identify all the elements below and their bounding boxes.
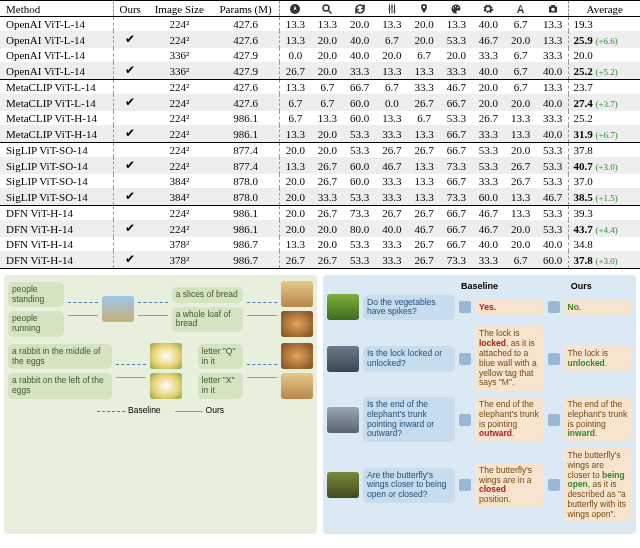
thumbnail [327,472,359,498]
table-row: OpenAI ViT-L-14224²427.613.313.320.013.3… [0,17,640,32]
thumbnail [327,407,359,433]
model-icon [459,414,471,426]
thumbnail [150,343,182,369]
answer-ours: The end of the elephant's trunk is point… [564,397,633,442]
table-row: MetaCLIP ViT-L-14224²427.613.36.766.76.7… [0,80,640,95]
font-icon [505,1,537,17]
caption: letter "X" in it [198,373,243,399]
arrow-icon [247,298,277,320]
table-row: MetaCLIP ViT-H-14224²986.16.713.360.013.… [0,111,640,125]
col-average: Average [569,1,640,17]
col-ours: Ours [114,1,146,17]
model-icon [459,479,471,491]
svg-point-11 [551,8,555,12]
table-row: DFN ViT-H-14✔224²986.120.020.080.040.046… [0,220,640,237]
caption: a rabbit in the middle of the eggs [8,344,112,370]
model-icon [548,414,560,426]
thumbnail [327,294,359,320]
question: Are the butterfly's wings closer to bein… [363,468,455,503]
legend: Baseline Ours [8,405,313,415]
answer-baseline: The end of the elephant's trunk is point… [475,397,544,442]
caption: people running [8,311,64,337]
table-row: OpenAI ViT-L-14336²427.90.020.040.020.06… [0,48,640,62]
question: Is the end of the elephant's trunk point… [363,397,455,442]
caption: a slices of bread [172,287,243,303]
legend-baseline: Baseline [128,405,161,415]
answer-baseline: The butterfly's wings are in a closed po… [475,463,544,508]
thumbnail [150,373,182,399]
svg-point-10 [458,7,459,8]
table-row: SigLIP ViT-SO-14224²877.420.020.053.326.… [0,143,640,158]
col-params: Params (M) [213,1,280,17]
col-imgsize: Image Size [146,1,213,17]
sliders-icon [376,1,408,17]
gear-icon [472,1,504,17]
svg-point-5 [391,6,393,8]
model-icon [548,479,560,491]
table-row: SigLIP ViT-SO-14✔384²878.020.033.353.333… [0,188,640,206]
caption: a rabbit on the left of the eggs [8,373,112,399]
camera-icon [537,1,569,17]
caption: people standing [8,282,64,308]
svg-point-9 [455,6,456,7]
model-icon [548,301,560,313]
question: Do the vegetables have spikes? [363,295,455,321]
svg-point-6 [393,10,395,12]
caption: letter "Q" in it [198,344,243,370]
model-icon [548,353,560,365]
svg-point-2 [323,5,329,11]
model-icon [459,301,471,313]
answer-ours: The lock is unlocked. [564,346,633,372]
arrow-icon [247,360,277,382]
svg-point-8 [453,8,454,9]
col-ours: Ours [530,281,632,291]
answer-baseline: Yes. [475,300,544,316]
thumbnail [281,373,313,399]
qualitative-figure: people standing people running a slices … [0,275,640,534]
answer-ours: No. [564,300,633,316]
table-row: DFN ViT-H-14✔378²986.726.726.753.333.326… [0,251,640,269]
col-baseline: Baseline [429,281,531,291]
question: Is the lock locked or unlocked? [363,346,455,372]
arrow-icon [68,298,98,320]
results-table: Method Ours Image Size Params (M) Averag… [0,0,640,269]
table-row: MetaCLIP ViT-H-14✔224²986.113.320.053.33… [0,125,640,143]
answer-baseline: The lock is locked, as it is attached to… [475,326,544,391]
model-icon [459,353,471,365]
table-body: OpenAI ViT-L-14224²427.613.313.320.013.3… [0,17,640,269]
table-row: DFN ViT-H-14224²986.120.026.773.326.726.… [0,206,640,221]
thumbnail [281,343,313,369]
compass-icon [279,1,311,17]
table-row: SigLIP ViT-SO-14✔224²877.413.326.760.046… [0,157,640,174]
table-row: OpenAI ViT-L-14✔224²427.613.320.040.06.7… [0,31,640,48]
caption: a whole loaf of bread [172,307,243,333]
retrieval-panel: people standing people running a slices … [4,275,317,534]
table-row: DFN ViT-H-14378²986.713.320.053.333.326.… [0,237,640,251]
palette-icon [440,1,472,17]
table-row: OpenAI ViT-L-14✔336²427.926.720.033.313.… [0,62,640,80]
svg-point-4 [388,8,390,10]
refresh-icon [344,1,376,17]
col-method: Method [0,1,114,17]
answer-ours: The butterfly's wings are closer to bein… [564,448,633,522]
pin-icon [408,1,440,17]
vqa-panel: BaselineOurs Do the vegetables have spik… [323,275,636,534]
legend-ours: Ours [206,405,224,415]
thumbnail [281,281,313,307]
search-icon [311,1,343,17]
table-row: MetaCLIP ViT-L-14✔224²427.66.76.760.00.0… [0,94,640,111]
svg-point-7 [423,6,426,9]
table-row: SigLIP ViT-SO-14384²878.020.026.760.033.… [0,174,640,188]
thumbnail [281,311,313,337]
thumbnail [102,296,134,322]
svg-line-3 [329,11,332,14]
thumbnail [327,346,359,372]
arrow-icon [116,360,146,382]
arrow-icon [138,298,168,320]
